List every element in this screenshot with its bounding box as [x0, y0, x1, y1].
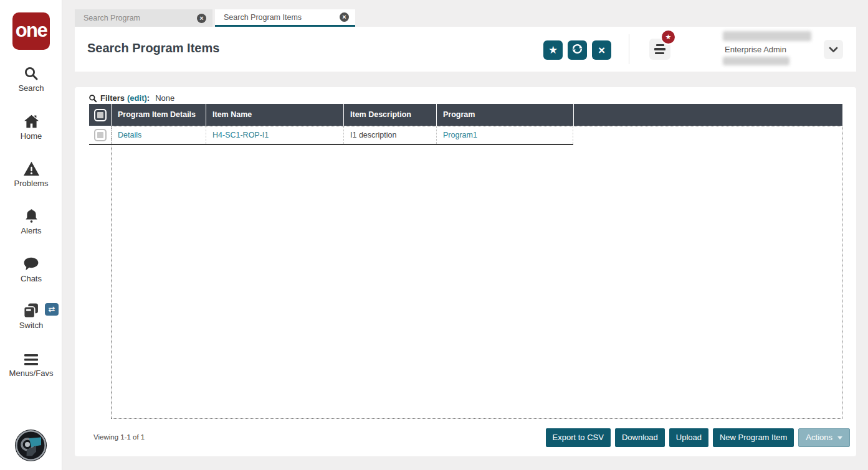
- cell-item-name: H4-SC1-ROP-I1: [206, 126, 343, 144]
- tab-close-icon[interactable]: ×: [197, 14, 206, 23]
- tab-search-program-items[interactable]: Search Program Items ×: [215, 9, 355, 27]
- swap-arrows-badge[interactable]: ⇄: [45, 303, 59, 316]
- menu-bar: [655, 52, 664, 54]
- row-checkbox[interactable]: [94, 129, 107, 141]
- sidebar: one Search Home Problems Alerts: [0, 0, 62, 470]
- user-name-redacted: [723, 31, 811, 41]
- sidebar-item-menus-favs[interactable]: Menus/Favs: [0, 350, 62, 378]
- results-table: Program Item Details Item Name Item Desc…: [89, 104, 842, 126]
- sidebar-item-label: Home: [0, 131, 62, 141]
- chat-bubble-icon: [0, 255, 62, 272]
- badge-star-icon: ★: [665, 33, 672, 40]
- item-description-text: I1 description: [350, 131, 396, 139]
- sidebar-item-label: Alerts: [0, 226, 62, 235]
- sidebar-item-label: Menus/Favs: [0, 369, 62, 378]
- sidebar-item-chats[interactable]: Chats: [0, 255, 62, 283]
- column-header-item-name[interactable]: Item Name: [206, 104, 343, 126]
- column-header-item-description[interactable]: Item Description: [343, 104, 436, 126]
- filters-edit-link[interactable]: (edit): [127, 93, 147, 103]
- export-to-csv-button[interactable]: Export to CSV: [546, 428, 611, 447]
- bell-icon: [0, 207, 62, 224]
- select-all-checkbox[interactable]: [94, 109, 107, 121]
- table-body: [111, 126, 842, 419]
- download-button[interactable]: Download: [615, 428, 665, 447]
- app-root: one Search Home Problems Alerts: [0, 0, 868, 470]
- cell-item-description: I1 description: [343, 126, 436, 144]
- refresh-icon: [571, 43, 583, 57]
- tab-search-program[interactable]: Search Program ×: [75, 9, 212, 27]
- tab-label: Search Program: [83, 14, 140, 22]
- actions-label: Actions: [806, 429, 832, 446]
- select-all-cell: [89, 104, 111, 126]
- chevron-down-icon: [829, 44, 838, 55]
- favorite-button[interactable]: ★: [543, 40, 563, 60]
- details-link[interactable]: Details: [118, 131, 141, 139]
- sidebar-item-label: Search: [0, 83, 62, 93]
- sidebar-item-label: Switch: [0, 321, 62, 330]
- program-link[interactable]: Program1: [443, 131, 477, 139]
- viewing-count: Viewing 1-1 of 1: [93, 433, 145, 441]
- sidebar-item-label: Problems: [0, 179, 62, 188]
- new-program-item-button[interactable]: New Program Item: [713, 428, 794, 447]
- upload-button[interactable]: Upload: [669, 428, 708, 447]
- filters-bar: Filters (edit) : None: [88, 93, 174, 103]
- filters-label: Filters: [100, 93, 125, 103]
- header-divider: [629, 34, 629, 64]
- row-select-cell: [89, 126, 111, 144]
- menu-icon: [0, 350, 62, 367]
- menu-bar: [656, 44, 664, 46]
- favorites-badge: ★: [661, 29, 676, 45]
- cell-program: Program1: [436, 126, 573, 144]
- actions-dropdown-button[interactable]: Actions: [798, 428, 850, 447]
- cell-program-item-details: Details: [111, 126, 206, 144]
- sidebar-item-search[interactable]: Search: [0, 65, 62, 93]
- swap-arrows-icon: ⇄: [49, 304, 55, 314]
- filters-separator: :: [147, 93, 150, 103]
- checkbox-fill: [97, 112, 103, 118]
- warning-triangle-icon: [0, 160, 62, 177]
- filters-value: None: [155, 93, 174, 103]
- menu-bar: [654, 48, 665, 50]
- close-icon: ×: [598, 44, 605, 57]
- page-header: Search Program Items ★ × ★ Enterprise Ad…: [75, 27, 856, 72]
- column-header-program-item-details[interactable]: Program Item Details: [111, 104, 206, 126]
- close-button[interactable]: ×: [592, 40, 611, 60]
- tab-close-icon[interactable]: ×: [340, 12, 349, 22]
- assistant-avatar[interactable]: [14, 429, 47, 462]
- search-icon: [0, 65, 62, 82]
- user-menu-button[interactable]: [824, 40, 843, 59]
- sidebar-item-problems[interactable]: Problems: [0, 160, 62, 188]
- results-panel: Filters (edit) : None Program Item Detai…: [75, 87, 856, 456]
- checkbox-fill: [97, 132, 103, 138]
- sidebar-item-switch[interactable]: Switch ⇄: [0, 302, 62, 330]
- user-role-label: Enterprise Admin: [725, 45, 786, 54]
- caret-down-icon: [837, 436, 842, 439]
- table-row: Details H4-SC1-ROP-I1 I1 description Pro…: [89, 126, 573, 145]
- table-header-row: Program Item Details Item Name Item Desc…: [89, 104, 842, 126]
- sidebar-item-home[interactable]: Home: [0, 113, 62, 141]
- one-logo: one: [12, 12, 50, 50]
- refresh-button[interactable]: [568, 40, 587, 60]
- column-header-filler: [573, 104, 842, 126]
- column-header-program[interactable]: Program: [436, 104, 573, 126]
- user-org-redacted: [723, 57, 789, 65]
- page-title: Search Program Items: [87, 41, 219, 55]
- filter-search-icon: [88, 94, 97, 103]
- item-name-link[interactable]: H4-SC1-ROP-I1: [212, 131, 269, 139]
- tab-label: Search Program Items: [224, 13, 302, 22]
- sidebar-item-label: Chats: [0, 274, 62, 283]
- home-icon: [0, 113, 62, 129]
- star-icon: ★: [548, 44, 558, 57]
- sidebar-item-alerts[interactable]: Alerts: [0, 207, 62, 235]
- footer-actions: Export to CSV Download Upload New Progra…: [546, 428, 850, 447]
